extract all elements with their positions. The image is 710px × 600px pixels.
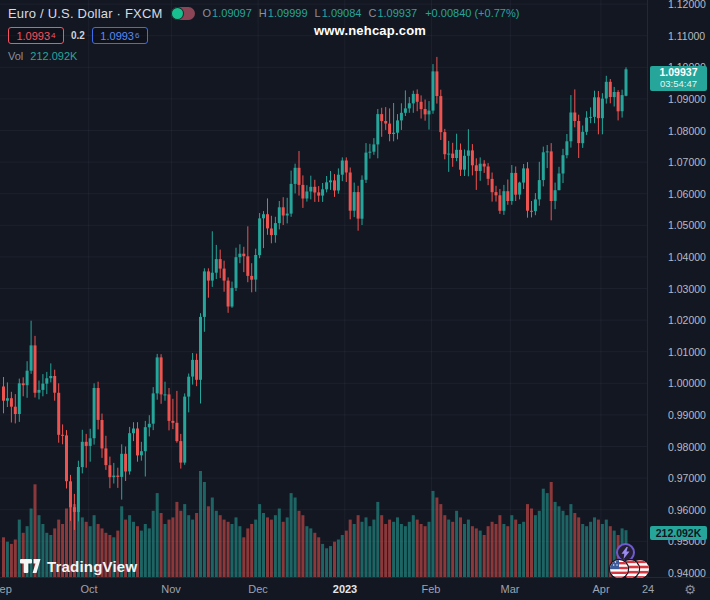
bar-countdown: 03:54:47 (650, 78, 707, 89)
last-price-tag: 1.09937 03:54:47 (650, 66, 707, 91)
time-tick-label: Dec (248, 583, 268, 595)
price-tick-label: 1.11000 (668, 30, 705, 42)
price-tick-label: 1.04000 (668, 251, 706, 263)
high-label: H (259, 7, 267, 19)
tradingview-chart-window: www.nehcap.com Euro / U.S. Dollar · FXCM… (0, 0, 710, 600)
bid-price-pip: 4 (51, 31, 55, 40)
time-tick-label: Sep (0, 583, 12, 595)
time-tick-label: Feb (422, 583, 441, 595)
time-tick-label: Oct (80, 583, 97, 595)
candlestick-chart-canvas[interactable] (0, 0, 647, 577)
ohlc-values: O1.09097 H1.09999 L1.09084 C1.09937 (203, 7, 418, 19)
time-tick-label: Nov (161, 583, 181, 595)
ask-price-pip: 6 (135, 31, 139, 40)
price-tick-label: 0.99000 (668, 409, 706, 421)
gear-icon[interactable]: ⚙ (684, 582, 696, 597)
price-tick-label: 1.05000 (668, 219, 706, 231)
price-tick-label: 1.06000 (668, 188, 706, 200)
site-watermark: www.nehcap.com (314, 23, 426, 38)
last-price-value: 1.09937 (650, 67, 707, 78)
tradingview-mark-icon (20, 559, 41, 574)
volume-axis-tag: 212.092K (650, 526, 707, 540)
low-value: 1.09084 (322, 7, 362, 19)
time-axis[interactable]: ⚙ SepOctNovDec2023FebMarApr24 (0, 577, 710, 600)
time-tick-label: 2023 (333, 583, 357, 595)
low-label: L (315, 7, 321, 19)
price-tick-label: 1.09000 (668, 93, 706, 105)
price-tick-label: 1.01000 (668, 346, 706, 358)
buy-ask-button[interactable]: 1.09936 (92, 27, 148, 44)
price-tick-label: 1.03000 (668, 283, 706, 295)
chart-legend: Euro / U.S. Dollar · FXCM O1.09097 H1.09… (8, 4, 519, 62)
tradingview-logo-text: TradingView (47, 558, 137, 575)
price-tick-label: 1.00000 (668, 377, 706, 389)
price-tick-label: 1.07000 (668, 156, 706, 168)
volume-label: Vol (8, 50, 23, 62)
open-value: 1.09097 (212, 7, 252, 19)
bid-price: 1.0993 (16, 30, 50, 42)
market-status-toggle[interactable] (171, 7, 195, 20)
market-open-dot-icon (172, 8, 183, 19)
volume-value: 212.092K (30, 50, 77, 62)
change-value: +0.00840 (+0.77%) (425, 7, 519, 19)
time-tick-label: Apr (592, 583, 609, 595)
price-tick-label: 1.08000 (668, 125, 706, 137)
price-tick-label: 1.12000 (668, 0, 706, 10)
flag-bubbles-icon[interactable] (606, 557, 650, 580)
open-label: O (203, 7, 212, 19)
spread-value: 0.2 (71, 30, 85, 41)
close-value: 1.09937 (377, 7, 417, 19)
tradingview-logo[interactable]: TradingView (20, 558, 137, 575)
close-label: C (368, 7, 376, 19)
symbol-title[interactable]: Euro / U.S. Dollar · FXCM (8, 6, 163, 21)
high-value: 1.09999 (268, 7, 308, 19)
time-tick-label: 24 (642, 583, 654, 595)
sell-bid-button[interactable]: 1.09934 (8, 27, 64, 44)
time-tick-label: Mar (501, 583, 520, 595)
price-tick-label: 1.02000 (668, 314, 706, 326)
price-tick-label: 0.97000 (668, 472, 706, 484)
price-tick-label: 0.96000 (668, 504, 706, 516)
ask-price: 1.0993 (100, 30, 134, 42)
volume-indicator-row[interactable]: Vol 212.092K (8, 50, 519, 62)
price-tick-label: 0.98000 (668, 441, 706, 453)
